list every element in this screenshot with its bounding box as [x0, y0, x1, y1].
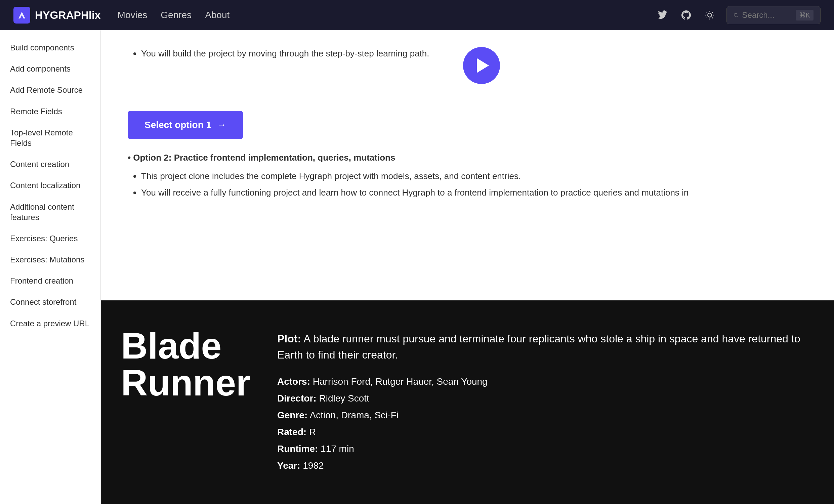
actors-label: Actors:	[277, 376, 310, 387]
main-nav: Movies Genres About	[117, 7, 639, 23]
main-area: Build components Add components Add Remo…	[0, 30, 834, 504]
movie-year: Year: 1982	[277, 460, 814, 471]
movie-section: Blade Runner Plot: A blade runner must p…	[101, 300, 834, 504]
theme-toggle-icon[interactable]	[703, 8, 717, 22]
search-box[interactable]: ⌘K	[726, 6, 820, 24]
movie-rated: Rated: R	[277, 427, 814, 437]
plot-text: A blade runner must pursue and terminate…	[277, 333, 800, 361]
svg-line-9	[707, 18, 707, 18]
arrow-icon: →	[217, 119, 226, 130]
sidebar-item-content-localization[interactable]: Content localization	[0, 175, 101, 196]
runtime-value: 117 min	[321, 443, 354, 454]
sidebar-item-remote-fields[interactable]: Remote Fields	[0, 101, 101, 122]
search-icon	[733, 12, 738, 19]
sidebar: Build components Add components Add Remo…	[0, 30, 101, 504]
logo-text: HYGRAPHlix	[35, 9, 101, 22]
play-triangle-icon	[477, 58, 489, 73]
kbd-shortcut: ⌘K	[796, 10, 813, 21]
svg-line-6	[712, 18, 713, 18]
sidebar-item-add-components[interactable]: Add components	[0, 58, 101, 79]
sidebar-item-create-preview-url[interactable]: Create a preview URL	[0, 313, 101, 334]
navbar: HYGRAPHlix Movies Genres About	[0, 0, 834, 30]
option2-bullet-1: This project clone includes the complete…	[141, 170, 807, 183]
nav-genres[interactable]: Genres	[161, 7, 192, 23]
option1-bullet-item: You will build the project by moving thr…	[141, 47, 430, 60]
sidebar-item-build-components[interactable]: Build components	[0, 37, 101, 58]
runtime-label: Runtime:	[277, 443, 318, 454]
svg-line-12	[737, 16, 737, 17]
option2-heading: Option 2: Practice frontend implementati…	[128, 153, 807, 163]
sidebar-item-exercises-queries[interactable]: Exercises: Queries	[0, 228, 101, 249]
movie-genre: Genre: Action, Drama, Sci-Fi	[277, 410, 814, 421]
option2-bullet-2: You will receive a fully functioning pro…	[141, 186, 807, 199]
rated-value: R	[309, 427, 316, 437]
year-value: 1982	[303, 460, 324, 471]
github-icon[interactable]	[679, 8, 693, 22]
movie-details: Plot: A blade runner must pursue and ter…	[277, 327, 814, 477]
nav-about[interactable]: About	[205, 7, 229, 23]
sidebar-item-additional-content-features[interactable]: Additional content features	[0, 196, 101, 228]
sidebar-item-add-remote-source[interactable]: Add Remote Source	[0, 79, 101, 101]
sidebar-item-frontend-creation[interactable]: Frontend creation	[0, 270, 101, 291]
option1-bullet-list: You will build the project by moving thr…	[141, 47, 430, 64]
option2-bullet-list: This project clone includes the complete…	[141, 170, 807, 199]
logo-icon	[14, 7, 30, 23]
movie-director: Director: Ridley Scott	[277, 393, 814, 404]
video-play-button[interactable]	[463, 47, 500, 84]
logo[interactable]: HYGRAPHlix	[14, 7, 101, 23]
movie-title: Blade Runner	[121, 327, 250, 401]
movie-plot: Plot: A blade runner must pursue and ter…	[277, 331, 814, 363]
sidebar-item-connect-storefront[interactable]: Connect storefront	[0, 291, 101, 312]
director-label: Director:	[277, 393, 316, 403]
content-panel: You will build the project by moving thr…	[101, 30, 834, 300]
svg-point-2	[708, 13, 712, 17]
nav-movies[interactable]: Movies	[117, 7, 148, 23]
movie-runtime: Runtime: 117 min	[277, 443, 814, 454]
movie-title-line2: Runner	[121, 362, 250, 403]
movie-title-line1: Blade	[121, 325, 222, 366]
select-option-label: Select option 1	[145, 119, 211, 130]
svg-line-10	[712, 12, 713, 13]
director-value: Ridley Scott	[319, 393, 369, 403]
movie-actors: Actors: Harrison Ford, Rutger Hauer, Sea…	[277, 376, 814, 387]
sidebar-item-content-creation[interactable]: Content creation	[0, 154, 101, 175]
movie-title-column: Blade Runner	[121, 327, 250, 477]
year-label: Year:	[277, 460, 301, 471]
genre-value: Action, Drama, Sci-Fi	[309, 410, 398, 420]
rated-label: Rated:	[277, 427, 306, 437]
sidebar-item-exercises-mutations[interactable]: Exercises: Mutations	[0, 249, 101, 270]
plot-label: Plot:	[277, 333, 301, 345]
svg-line-5	[707, 12, 707, 13]
select-option-1-button[interactable]: Select option 1 →	[128, 111, 243, 139]
navbar-right: ⌘K	[656, 6, 820, 24]
genre-label: Genre:	[277, 410, 307, 420]
twitter-icon[interactable]	[656, 8, 670, 22]
svg-point-11	[734, 14, 737, 17]
sidebar-item-top-level-remote-fields[interactable]: Top-level Remote Fields	[0, 122, 101, 154]
search-input[interactable]	[742, 10, 792, 20]
actors-value: Harrison Ford, Rutger Hauer, Sean Young	[313, 376, 487, 387]
